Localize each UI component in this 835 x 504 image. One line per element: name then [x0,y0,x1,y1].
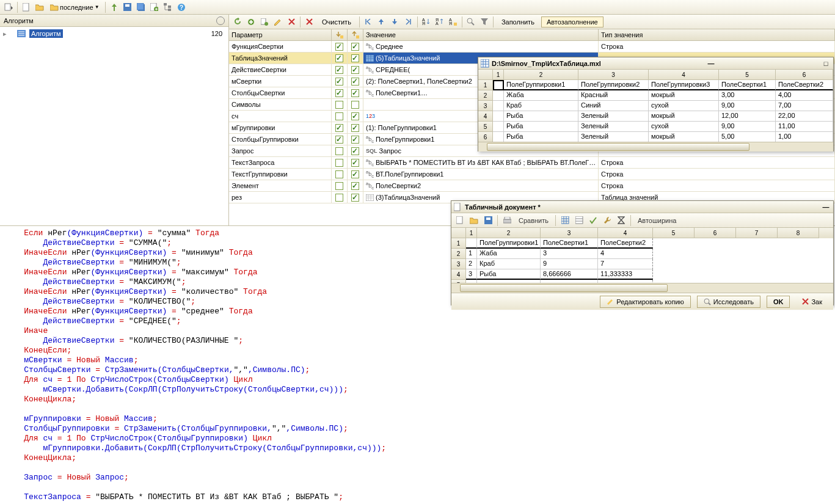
checkbox[interactable] [335,112,343,120]
result-document-window[interactable]: Табличный документ * — Сравнить Автошири… [451,200,834,305]
svg-rect-25 [340,35,343,38]
checkbox[interactable] [351,54,359,62]
edit-icon[interactable] [272,16,284,28]
save-icon[interactable] [482,214,494,227]
checkbox[interactable] [351,136,359,144]
tree-item-count: 120 [211,30,227,37]
checkbox[interactable] [351,89,359,97]
explore-button[interactable]: Исследовать [697,296,760,308]
checkbox[interactable] [351,112,359,120]
fill-button[interactable]: Заполнить [496,16,540,27]
svg-point-16 [264,22,268,26]
check-icon[interactable] [587,214,599,227]
sum-icon[interactable] [615,214,627,227]
checkbox[interactable] [335,159,343,167]
window-titlebar[interactable]: D:\Smirnov_Tmp\ИсхТаблица.mxl — □ [478,57,833,70]
filter-icon[interactable] [478,16,490,28]
checkbox[interactable] [351,170,359,178]
copy-row-icon[interactable] [258,16,271,28]
save-icon[interactable] [122,1,134,13]
param-row[interactable]: ФункцияСверткиabcСреднееСтрока [229,41,835,53]
new-doc-icon[interactable] [20,1,32,13]
main-toolbar: последние▼ ? [0,0,835,15]
svg-rect-23 [454,23,457,26]
help-icon[interactable]: ? [175,1,188,13]
open-folder-icon[interactable] [34,1,46,13]
refresh-icon[interactable] [232,16,244,28]
close-button[interactable]: Зак [796,296,828,307]
autofill-button[interactable]: Автозаполнение [541,16,603,27]
compare-button[interactable]: Сравнить [515,217,552,224]
checkbox[interactable] [351,194,359,202]
ok-button[interactable]: OK [767,296,790,308]
horizontal-scrollbar[interactable] [478,142,833,152]
maximize-icon[interactable]: □ [821,59,831,68]
checkbox[interactable] [351,182,359,190]
checkbox[interactable] [335,101,343,109]
checkbox[interactable] [335,170,343,178]
clear-button[interactable]: Очистить [316,16,357,27]
param-row[interactable]: ЭлементabcПолеСвертки2Строка [229,180,835,192]
wrench-icon[interactable] [601,214,613,227]
recent-folder-icon[interactable]: последние▼ [47,1,103,13]
clock-icon[interactable] [216,16,225,25]
checkbox[interactable] [351,78,359,86]
up-arrow-icon[interactable] [108,1,120,13]
search-icon[interactable] [465,16,477,28]
checkbox[interactable] [335,124,343,132]
checkbox[interactable] [335,136,343,144]
algorithm-tree[interactable]: ▸ Алгоритм 120 [0,27,228,225]
window-titlebar[interactable]: Табличный документ * — [451,201,833,213]
open-icon[interactable] [468,214,480,227]
col-value[interactable]: Значение [363,29,599,40]
checkbox[interactable] [335,182,343,190]
col-parameter[interactable]: Параметр [229,29,332,40]
save-all-icon[interactable] [135,1,147,13]
checkbox[interactable] [351,159,359,167]
checkbox[interactable] [335,147,343,155]
sort-settings-icon[interactable]: AЯ [447,16,459,28]
move-up-icon[interactable] [376,16,388,28]
delete-icon[interactable] [285,16,297,28]
col-check1[interactable] [332,29,348,40]
checkbox[interactable] [351,66,359,74]
sort-desc-icon[interactable]: ЯA [434,16,446,28]
result-spreadsheet[interactable]: 1 2 3 4 5 6 7 8 1ПолеГруппировки1ПолеСве… [451,228,833,283]
move-down-icon[interactable] [389,16,401,28]
source-table-window[interactable]: D:\Smirnov_Tmp\ИсхТаблица.mxl — □ 1 2 3 … [478,57,834,152]
checkbox[interactable] [351,147,359,155]
new-dropdown-icon[interactable] [2,1,15,13]
print-icon[interactable] [501,214,513,227]
col-type[interactable]: Тип значения [599,29,835,40]
checkbox[interactable] [335,194,343,202]
minimize-icon[interactable]: — [821,203,831,211]
add-icon[interactable] [148,1,161,13]
tree-icon[interactable] [162,1,174,13]
edit-copy-button[interactable]: Редактировать копию [600,296,690,308]
move-first-icon[interactable] [362,16,374,28]
table-icon[interactable] [573,214,585,227]
minimize-icon[interactable]: — [706,59,716,68]
clear-x-icon[interactable] [303,16,315,28]
param-row[interactable]: ТекстЗапросаabcВЫБРАТЬ * ПОМЕСТИТЬ ВТ Из… [229,157,835,169]
col-check2[interactable] [348,29,363,40]
new-icon[interactable] [454,214,466,227]
move-last-icon[interactable] [403,16,415,28]
source-spreadsheet[interactable]: 1 2 3 4 5 6 1ПолеГруппировки1ПолеГруппир… [478,70,833,142]
tree-item-algorithm[interactable]: ▸ Алгоритм 120 [1,28,227,39]
grid-icon[interactable] [559,214,571,227]
horizontal-scrollbar[interactable] [451,283,833,293]
checkbox[interactable] [335,78,343,86]
checkbox[interactable] [351,43,359,51]
autowidth-button[interactable]: Автоширина [634,217,680,224]
checkbox[interactable] [335,66,343,74]
spreadsheet-icon [481,59,489,68]
checkbox[interactable] [335,89,343,97]
sort-asc-icon[interactable]: AЯ [420,16,432,28]
param-row[interactable]: ТекстГруппировкиabcВТ.ПолеГруппировки1Ст… [229,169,835,180]
checkbox[interactable] [335,43,343,51]
checkbox[interactable] [351,101,359,109]
checkbox[interactable] [351,124,359,132]
add-row-icon[interactable] [245,16,257,28]
checkbox[interactable] [335,54,343,62]
